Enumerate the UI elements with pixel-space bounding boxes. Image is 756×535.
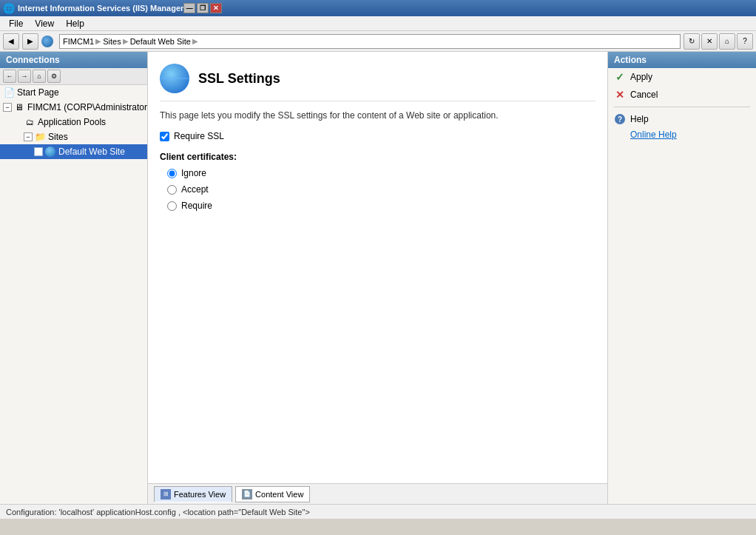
forward-button[interactable]: ▶ <box>22 33 38 50</box>
apply-action[interactable]: ✓ Apply <box>608 68 756 86</box>
help-action[interactable]: ? Help <box>608 110 756 128</box>
default-web-site-icon <box>44 146 56 158</box>
radio-require-row: Require <box>167 201 595 211</box>
minimize-button[interactable]: — <box>183 3 195 13</box>
address-globe-icon <box>41 36 53 47</box>
help-icon: ? <box>614 113 626 125</box>
actions-panel: Actions ✓ Apply ✕ Cancel ? Help Online H… <box>608 52 756 504</box>
ssl-globe-icon <box>160 64 189 93</box>
menu-bar: File View Help <box>0 16 756 31</box>
sidebar-home-button[interactable]: ⌂ <box>33 70 46 83</box>
sidebar-item-start-page[interactable]: 📄 Start Page <box>0 85 147 100</box>
menu-help[interactable]: Help <box>60 17 90 30</box>
window-controls: — ❐ ✕ <box>183 3 222 13</box>
stop-button[interactable]: ✕ <box>701 33 718 50</box>
status-bar: Configuration: 'localhost' applicationHo… <box>0 504 756 519</box>
sidebar-item-app-pools[interactable]: 🗂 Application Pools <box>0 115 147 129</box>
cancel-icon: ✕ <box>614 89 626 101</box>
title-icon: 🌐 <box>3 3 15 14</box>
breadcrumb-fimcm1[interactable]: FIMCM1 <box>63 37 94 46</box>
sites-label: Sites <box>48 132 68 142</box>
content-view-tab[interactable]: 📄 Content View <box>235 486 310 502</box>
refresh-button[interactable]: ↻ <box>684 33 700 50</box>
sidebar: Connections ← → ⌂ ⚙ 📄 Start Page − 🖥 FIM… <box>0 52 148 504</box>
actions-header: Actions <box>608 52 756 68</box>
radio-require[interactable] <box>167 201 177 211</box>
client-certs-radio-group: Ignore Accept Require <box>160 168 595 211</box>
radio-accept[interactable] <box>167 185 177 195</box>
default-web-site-expand-icon[interactable]: + <box>34 147 43 156</box>
menu-view[interactable]: View <box>29 17 60 30</box>
ssl-header: SSL Settings <box>160 64 595 101</box>
radio-ignore-label[interactable]: Ignore <box>181 168 206 178</box>
client-certs-label: Client certificates: <box>160 152 595 162</box>
content-view-icon: 📄 <box>242 489 252 499</box>
start-page-label: Start Page <box>17 87 59 98</box>
sidebar-toolbar: ← → ⌂ ⚙ <box>0 68 147 85</box>
features-view-tab[interactable]: ⊞ Features View <box>154 486 232 502</box>
breadcrumb-sep-1: ▶ <box>95 37 101 45</box>
radio-ignore-row: Ignore <box>167 168 595 178</box>
sidebar-item-sites[interactable]: − 📁 Sites <box>0 129 147 144</box>
server-expand-icon[interactable]: − <box>3 103 12 112</box>
restore-button[interactable]: ❐ <box>197 3 209 13</box>
require-ssl-checkbox[interactable] <box>160 132 169 141</box>
breadcrumb-sites[interactable]: Sites <box>103 37 121 46</box>
breadcrumb-sep-3: ▶ <box>192 37 198 45</box>
sites-expand-icon[interactable]: − <box>24 132 33 141</box>
address-breadcrumb: FIMCM1 ▶ Sites ▶ Default Web Site ▶ <box>59 34 681 49</box>
server-icon: 🖥 <box>13 101 25 113</box>
start-page-icon: 📄 <box>3 87 15 98</box>
require-ssl-label[interactable]: Require SSL <box>174 131 224 141</box>
status-text: Configuration: 'localhost' applicationHo… <box>6 508 310 517</box>
window-title: Internet Information Services (IIS) Mana… <box>18 4 183 13</box>
cancel-action[interactable]: ✕ Cancel <box>608 86 756 104</box>
content-footer: ⊞ Features View 📄 Content View <box>148 483 607 504</box>
online-help-link[interactable]: Online Help <box>608 128 756 143</box>
back-button[interactable]: ◀ <box>3 33 19 50</box>
help-nav-button[interactable]: ? <box>737 33 753 50</box>
ssl-description: This page lets you modify the SSL settin… <box>160 110 595 121</box>
sites-icon: 📁 <box>34 131 46 143</box>
sidebar-item-default-web-site[interactable]: + Default Web Site <box>0 144 147 159</box>
app-pools-icon: 🗂 <box>24 116 36 128</box>
actions-header-label: Actions <box>614 55 647 65</box>
content-view-label: Content View <box>255 490 303 499</box>
content-area: SSL Settings This page lets you modify t… <box>148 52 608 504</box>
menu-file[interactable]: File <box>3 17 29 30</box>
radio-accept-row: Accept <box>167 184 595 195</box>
radio-require-label[interactable]: Require <box>181 201 212 211</box>
help-label: Help <box>630 114 649 124</box>
home-button[interactable]: ⌂ <box>719 33 735 50</box>
radio-accept-label[interactable]: Accept <box>181 184 209 195</box>
require-ssl-row: Require SSL <box>160 131 595 141</box>
actions-separator <box>614 107 750 107</box>
ssl-title: SSL Settings <box>198 71 280 87</box>
breadcrumb-default-web-site[interactable]: Default Web Site <box>130 37 191 46</box>
content-panel: SSL Settings This page lets you modify t… <box>148 52 607 483</box>
breadcrumb-sep-2: ▶ <box>123 37 129 45</box>
server-label: FIMCM1 (CORP\Administrator) <box>27 102 148 112</box>
sidebar-settings-button[interactable]: ⚙ <box>47 70 61 83</box>
address-side-buttons: ↻ ✕ ⌂ ? <box>684 33 753 50</box>
connections-label: Connections <box>6 55 60 65</box>
app-pools-label: Application Pools <box>38 117 106 127</box>
main-layout: Connections ← → ⌂ ⚙ 📄 Start Page − 🖥 FIM… <box>0 52 756 504</box>
close-button[interactable]: ✕ <box>210 3 222 13</box>
sidebar-header: Connections <box>0 52 147 68</box>
features-view-label: Features View <box>174 490 226 499</box>
features-view-icon: ⊞ <box>161 489 171 499</box>
title-bar: 🌐 Internet Information Services (IIS) Ma… <box>0 0 756 16</box>
default-web-site-label: Default Web Site <box>58 147 125 157</box>
sidebar-item-server[interactable]: − 🖥 FIMCM1 (CORP\Administrator) <box>0 100 147 115</box>
apply-icon: ✓ <box>614 71 626 83</box>
radio-ignore[interactable] <box>167 169 177 178</box>
sidebar-forward-button[interactable]: → <box>18 70 31 83</box>
sidebar-back-button[interactable]: ← <box>3 70 16 83</box>
ssl-description-text: This page lets you modify the SSL settin… <box>160 110 499 121</box>
apply-label: Apply <box>630 72 652 82</box>
address-bar: ◀ ▶ FIMCM1 ▶ Sites ▶ Default Web Site ▶ … <box>0 31 756 52</box>
cancel-label: Cancel <box>630 90 658 100</box>
